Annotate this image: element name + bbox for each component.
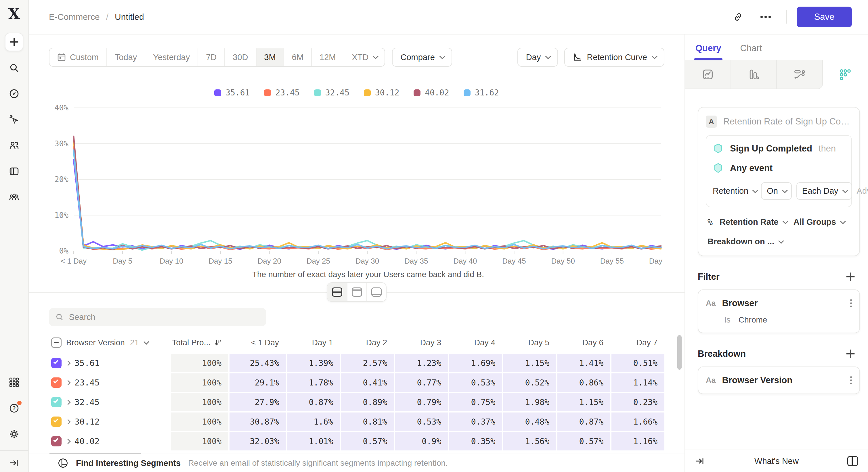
row-checkbox[interactable] <box>51 436 62 446</box>
table-header-day-4[interactable]: Day 4 <box>449 333 502 353</box>
retention-cell: 0.53% <box>395 412 448 431</box>
table-header-day-6[interactable]: Day 6 <box>557 333 610 353</box>
sidebar-expand-button[interactable] <box>5 453 23 472</box>
date-range-xtd[interactable]: XTD <box>344 48 384 66</box>
collapse-right-icon[interactable] <box>695 456 705 466</box>
select-all-checkbox[interactable] <box>51 337 62 348</box>
date-range-3m[interactable]: 3M <box>256 48 284 66</box>
legend-item[interactable]: 32.45 <box>314 88 349 97</box>
table-header-day-2[interactable]: Day 2 <box>341 333 394 353</box>
chevron-down-icon[interactable] <box>144 339 149 345</box>
sidebar-item-help[interactable]: ? <box>5 399 23 417</box>
columns-icon[interactable] <box>847 456 858 466</box>
legend-item[interactable]: 30.12 <box>364 88 399 97</box>
date-range-group: CustomTodayYesterday7D30D3M6M12MXTD <box>49 48 385 67</box>
total-cell: 100% <box>171 412 228 431</box>
sidebar-item-apps[interactable] <box>5 373 23 392</box>
table-header-day-3[interactable]: Day 3 <box>395 333 448 353</box>
toggle-chart-only-view[interactable] <box>347 283 366 301</box>
copy-link-button[interactable] <box>730 9 746 25</box>
find-segments-button[interactable]: Find Interesting Segments <box>76 459 181 468</box>
whats-new-button[interactable]: What's New <box>754 457 799 466</box>
on-dropdown[interactable]: On <box>761 182 792 200</box>
toggle-table-only-view[interactable] <box>366 283 386 301</box>
date-range-12m[interactable]: 12M <box>311 48 343 66</box>
retention-type-dropdown[interactable]: Retention <box>713 186 756 196</box>
sidebar-item-cohorts[interactable] <box>5 188 23 206</box>
legend-label: 40.02 <box>425 88 449 97</box>
sidebar-item-discover[interactable] <box>5 85 23 103</box>
event-row-second[interactable]: Any event <box>713 163 845 174</box>
compare-button[interactable]: Compare <box>392 48 452 67</box>
advanced-dropdown[interactable]: Adv... <box>857 186 868 196</box>
sidebar-item-users[interactable] <box>5 136 23 155</box>
table-header-total-column[interactable]: Total Pro... <box>171 333 228 353</box>
retention-cell: 0.35% <box>449 432 502 450</box>
vertical-scrollbar[interactable] <box>677 335 682 370</box>
sidebar-item-events[interactable] <box>5 110 23 129</box>
chart-type-dropdown[interactable]: Retention Curve <box>564 48 664 67</box>
report-type-retention[interactable] <box>823 60 868 89</box>
sidebar-item-search[interactable] <box>5 59 23 77</box>
report-type-insights[interactable] <box>685 60 731 89</box>
save-button[interactable]: Save <box>797 7 852 27</box>
expand-row-icon[interactable] <box>65 361 70 366</box>
query-name-input[interactable]: Retention Rate of Sign Up Compl... <box>723 116 852 127</box>
breakdown-property[interactable]: Browser Version <box>722 375 793 385</box>
day-column-label: Day 6 <box>582 338 603 347</box>
expand-row-icon[interactable] <box>65 439 70 444</box>
table-header-day-5[interactable]: Day 5 <box>503 333 556 353</box>
chevron-down-icon <box>372 54 378 59</box>
report-type-flows[interactable] <box>777 60 823 89</box>
breadcrumb-project[interactable]: E-Commerce <box>49 12 100 22</box>
report-type-funnels[interactable] <box>731 60 777 89</box>
date-range-today[interactable]: Today <box>106 48 145 66</box>
expand-row-icon[interactable] <box>65 419 70 424</box>
date-range-30d[interactable]: 30D <box>224 48 256 66</box>
bucket-dropdown[interactable]: Each Day <box>796 182 852 200</box>
create-new-button[interactable] <box>5 33 23 51</box>
sidebar-item-boards[interactable] <box>5 162 23 180</box>
granularity-dropdown[interactable]: Day <box>518 48 558 67</box>
legend-item[interactable]: 31.62 <box>464 88 499 97</box>
sort-descending-icon[interactable] <box>214 339 221 346</box>
legend-item[interactable]: 23.45 <box>264 88 300 97</box>
expand-row-icon[interactable] <box>65 380 70 385</box>
filter-operator[interactable]: Is <box>724 315 731 325</box>
search-input[interactable] <box>69 312 260 322</box>
table-header-<-1-day[interactable]: < 1 Day <box>229 333 286 353</box>
breadcrumb-title[interactable]: Untitled <box>115 12 144 22</box>
tab-chart[interactable]: Chart <box>740 43 762 60</box>
date-range-7d[interactable]: 7D <box>197 48 224 66</box>
date-range-label: 7D <box>206 53 217 62</box>
table-header-day-1[interactable]: Day 1 <box>287 333 340 353</box>
filter-value[interactable]: Chrome <box>739 315 767 325</box>
add-breakdown-button[interactable] <box>846 349 855 358</box>
legend-item[interactable]: 40.02 <box>413 88 449 97</box>
filter-property[interactable]: Browser <box>722 298 758 308</box>
more-options-button[interactable] <box>757 9 774 25</box>
date-range-6m[interactable]: 6M <box>284 48 311 66</box>
add-filter-button[interactable] <box>846 272 855 281</box>
kebab-menu-icon[interactable] <box>850 379 852 381</box>
sidebar-item-settings[interactable] <box>5 425 23 443</box>
date-range-custom[interactable]: Custom <box>50 48 106 66</box>
row-checkbox[interactable] <box>51 377 62 388</box>
row-checkbox[interactable] <box>51 397 62 407</box>
row-checkbox[interactable] <box>51 358 62 368</box>
retention-cell: 0.41% <box>341 373 394 392</box>
expand-row-icon[interactable] <box>65 400 70 405</box>
measure-dropdown[interactable]: Retention Rate <box>720 217 786 227</box>
tab-query[interactable]: Query <box>695 43 721 60</box>
breakdown-on-dropdown[interactable]: Breakdown on ... <box>708 237 782 246</box>
groups-dropdown[interactable]: All Groups <box>794 217 844 227</box>
toggle-split-view[interactable] <box>327 283 347 301</box>
kebab-menu-icon[interactable] <box>850 302 852 304</box>
event-row-first[interactable]: Sign Up Completed then <box>713 143 845 154</box>
table-header-day-7[interactable]: Day 7 <box>612 333 664 353</box>
legend-item[interactable]: 35.61 <box>214 88 250 97</box>
date-range-yesterday[interactable]: Yesterday <box>145 48 197 66</box>
chart-caption: The number of exact days later your User… <box>29 270 684 279</box>
row-checkbox[interactable] <box>51 416 62 427</box>
mixpanel-logo[interactable]: X <box>8 6 20 21</box>
